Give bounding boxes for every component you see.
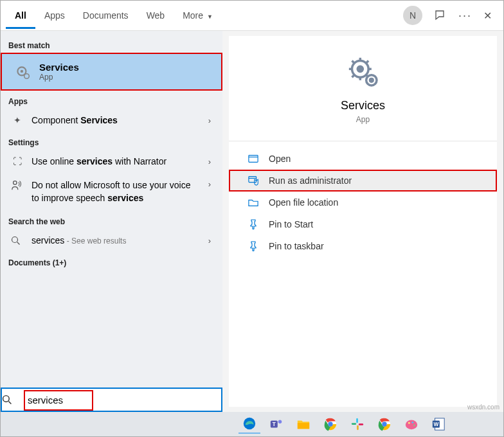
action-pin-taskbar[interactable]: Pin to taskbar xyxy=(229,235,497,257)
watermark: wsxdn.com xyxy=(467,404,500,411)
search-input[interactable] xyxy=(25,392,221,408)
action-label: Run as administrator xyxy=(269,175,352,186)
taskbar-chrome-icon[interactable] xyxy=(320,415,341,434)
result-web-services[interactable]: services - See web results › xyxy=(1,229,222,252)
svg-rect-28 xyxy=(298,423,309,429)
svg-rect-32 xyxy=(352,423,356,425)
result-text: Component Services xyxy=(32,115,201,125)
action-pin-start[interactable]: Pin to Start xyxy=(229,213,497,235)
chevron-right-icon: › xyxy=(208,236,212,245)
folder-icon xyxy=(248,198,260,207)
chevron-down-icon: ▼ xyxy=(207,13,213,20)
taskbar: T W xyxy=(1,412,503,436)
gear-icon xyxy=(14,63,32,81)
results-pane: Best match Services App Apps ✦ Component… xyxy=(1,31,222,412)
result-text: Use online services with Narrator xyxy=(32,156,201,166)
feedback-icon[interactable] xyxy=(434,9,447,22)
svg-point-1 xyxy=(21,69,23,72)
chevron-right-icon: › xyxy=(208,157,212,166)
divider xyxy=(229,141,497,141)
svg-text:T: T xyxy=(273,422,276,427)
admin-icon xyxy=(248,175,260,186)
action-run-as-admin[interactable]: Run as administrator xyxy=(229,170,497,192)
main-content: Best match Services App Apps ✦ Component… xyxy=(1,31,503,412)
action-label: Pin to taskbar xyxy=(269,241,324,251)
svg-point-17 xyxy=(370,79,373,82)
svg-rect-33 xyxy=(357,425,359,430)
taskbar-chrome2-icon[interactable] xyxy=(374,415,395,434)
pin-icon xyxy=(248,219,260,229)
user-avatar[interactable]: N xyxy=(403,6,422,25)
tab-all[interactable]: All xyxy=(6,3,35,29)
documents-label: Documents (1+) xyxy=(1,252,222,270)
taskbar-explorer-icon[interactable] xyxy=(292,415,314,434)
tab-more[interactable]: More ▼ xyxy=(174,3,222,29)
narrator-icon: ⛶ xyxy=(11,156,24,166)
preview-actions: Open Run as administrator Open file loca… xyxy=(229,148,497,257)
svg-point-39 xyxy=(411,422,413,424)
action-label: Open xyxy=(269,154,291,164)
gear-icon xyxy=(229,54,497,90)
svg-rect-34 xyxy=(359,424,363,425)
action-open-location[interactable]: Open file location xyxy=(229,192,497,213)
result-narrator-services[interactable]: ⛶ Use online services with Narrator › xyxy=(1,150,222,173)
best-match-title: Services xyxy=(39,62,79,73)
preview-subtitle: App xyxy=(229,115,497,124)
svg-line-15 xyxy=(366,61,368,64)
taskbar-slack-icon[interactable] xyxy=(346,415,368,434)
open-icon xyxy=(248,154,260,163)
taskbar-edge-icon[interactable] xyxy=(239,415,260,434)
svg-point-2 xyxy=(24,73,30,78)
svg-point-37 xyxy=(406,420,417,430)
best-match-subtitle: App xyxy=(39,73,79,82)
result-component-services[interactable]: ✦ Component Services › xyxy=(1,109,222,132)
svg-point-30 xyxy=(328,422,332,426)
result-speech-services[interactable]: Do not allow Microsoft to use your voice… xyxy=(1,173,222,211)
tab-apps[interactable]: Apps xyxy=(35,3,74,29)
svg-point-40 xyxy=(413,424,415,426)
chevron-right-icon: › xyxy=(208,179,212,189)
preview-pane: Services App Open Run as administrator xyxy=(222,31,503,412)
svg-point-3 xyxy=(14,181,17,184)
best-match-label: Best match xyxy=(1,35,222,53)
svg-point-4 xyxy=(12,236,18,242)
svg-point-38 xyxy=(408,422,410,424)
taskbar-teams-icon[interactable]: T xyxy=(266,415,287,434)
svg-point-36 xyxy=(382,422,386,426)
svg-text:W: W xyxy=(433,422,438,427)
svg-line-23 xyxy=(8,401,11,404)
svg-point-22 xyxy=(3,396,10,402)
tab-documents[interactable]: Documents xyxy=(74,3,138,29)
action-label: Pin to Start xyxy=(269,219,313,229)
web-label: Search the web xyxy=(1,211,222,229)
svg-line-5 xyxy=(17,242,20,244)
best-match-services[interactable]: Services App xyxy=(1,53,222,91)
search-icon xyxy=(11,236,24,245)
tab-web[interactable]: Web xyxy=(138,3,174,29)
result-text: services - See web results xyxy=(32,235,201,245)
more-options-icon[interactable]: ··· xyxy=(458,9,472,22)
component-icon: ✦ xyxy=(11,115,24,125)
chevron-right-icon: › xyxy=(208,116,212,125)
svg-line-14 xyxy=(352,75,354,78)
close-icon[interactable]: ✕ xyxy=(483,10,492,22)
search-icon xyxy=(2,395,25,405)
action-label: Open file location xyxy=(269,197,338,208)
preview-title: Services xyxy=(229,99,497,112)
svg-point-7 xyxy=(357,66,363,71)
filter-tabs: All Apps Documents Web More ▼ xyxy=(6,3,403,29)
result-text: Do not allow Microsoft to use your voice… xyxy=(32,179,201,204)
header-actions: N ··· ✕ xyxy=(403,6,498,25)
search-bar[interactable] xyxy=(1,388,222,412)
person-icon xyxy=(11,179,24,191)
pin-icon xyxy=(248,241,260,251)
action-open[interactable]: Open xyxy=(229,148,497,170)
taskbar-paint-icon[interactable] xyxy=(401,415,422,434)
svg-rect-18 xyxy=(249,156,258,163)
apps-label: Apps xyxy=(1,91,222,109)
settings-label: Settings xyxy=(1,132,222,150)
svg-point-27 xyxy=(278,420,282,424)
header-bar: All Apps Documents Web More ▼ N ··· ✕ xyxy=(1,1,503,31)
svg-line-12 xyxy=(352,61,354,64)
taskbar-word-icon[interactable]: W xyxy=(428,415,449,434)
